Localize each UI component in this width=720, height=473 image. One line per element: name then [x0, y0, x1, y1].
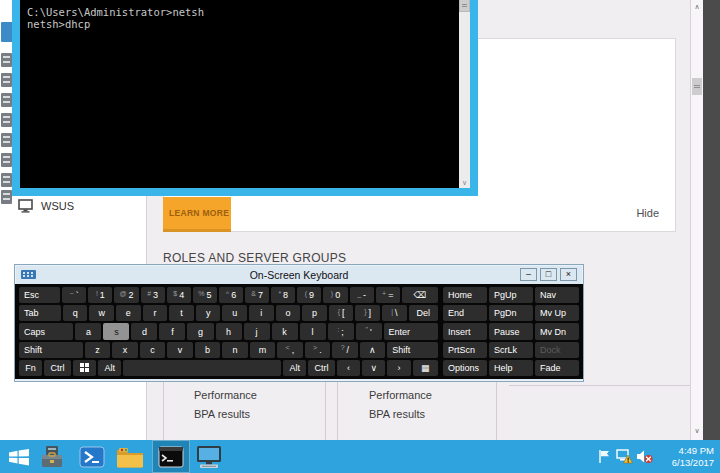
osk-key--[interactable]: _-	[350, 287, 374, 303]
sidebar-strip-item[interactable]	[1, 73, 12, 87]
osk-key-dock[interactable]: Dock	[535, 342, 579, 358]
taskbar-clock[interactable]: 4:49 PM 6/13/2017	[656, 445, 714, 468]
learn-more-button[interactable]: LEARN MORE	[163, 197, 231, 232]
osk-key-shift-left[interactable]: Shift	[19, 342, 83, 358]
osk-key-x[interactable]: x	[112, 342, 138, 358]
osk-key-7[interactable]: &7	[245, 287, 269, 303]
osk-key-m[interactable]: m	[250, 342, 276, 358]
osk-key-pause[interactable]: Pause	[489, 323, 533, 339]
sidebar-strip-item[interactable]	[1, 173, 12, 187]
osk-key-1[interactable]: !1	[88, 287, 112, 303]
tile-link-bpa-results[interactable]: BPA results	[194, 405, 325, 424]
osk-key-pgup[interactable]: PgUp	[489, 287, 533, 303]
osk-key-o[interactable]: o	[276, 305, 301, 321]
osk-key-help[interactable]: Help	[489, 360, 533, 376]
scroll-up-arrow[interactable]: ∧	[691, 3, 703, 11]
osk-key-c[interactable]: c	[140, 342, 166, 358]
osk-key-t[interactable]: t	[169, 305, 194, 321]
taskbar-server-manager[interactable]	[33, 440, 71, 473]
action-center-flag-icon[interactable]	[594, 448, 614, 466]
osk-key-2[interactable]: @2	[114, 287, 138, 303]
sidebar-strip-item[interactable]	[1, 133, 12, 147]
osk-key-p[interactable]: p	[302, 305, 327, 321]
minimize-button[interactable]: –	[520, 268, 537, 281]
tile-link-bpa-results[interactable]: BPA results	[369, 405, 496, 424]
osk-key-pgdn[interactable]: PgDn	[489, 305, 533, 321]
osk-key-del[interactable]: Del	[409, 305, 439, 321]
osk-key-w[interactable]: w	[89, 305, 114, 321]
osk-key-enter[interactable]: Enter	[384, 323, 438, 339]
osk-key-mv-up[interactable]: Mv Up	[535, 305, 579, 321]
volume-muted-icon[interactable]	[634, 448, 654, 466]
osk-key-options[interactable]: Options	[443, 360, 487, 376]
osk-key-prtscn[interactable]: PrtScn	[443, 342, 487, 358]
tile-link-performance[interactable]: Performance	[369, 386, 496, 405]
osk-key--[interactable]: +=	[376, 287, 400, 303]
osk-key-b[interactable]: b	[195, 342, 221, 358]
osk-key-arrow-right[interactable]: ›	[387, 360, 410, 376]
close-button[interactable]: ×	[560, 268, 577, 281]
osk-key-u[interactable]: u	[222, 305, 247, 321]
osk-key--[interactable]: <,	[277, 342, 303, 358]
osk-key-9[interactable]: (9	[297, 287, 321, 303]
osk-key-home[interactable]: Home	[443, 287, 487, 303]
osk-key-arrow-up[interactable]: ∧	[360, 342, 386, 358]
osk-key-j[interactable]: j	[244, 323, 270, 339]
taskbar-file-explorer[interactable]	[111, 440, 149, 473]
osk-key-alt-right[interactable]: Alt	[283, 360, 306, 376]
osk-key-3[interactable]: #3	[141, 287, 165, 303]
sidebar-item-wsus[interactable]: WSUS	[18, 199, 74, 213]
osk-key-k[interactable]: k	[272, 323, 298, 339]
osk-key--[interactable]: ~`	[62, 287, 86, 303]
taskbar-powershell[interactable]	[73, 440, 111, 473]
osk-key-q[interactable]: q	[63, 305, 88, 321]
osk-key-z[interactable]: z	[85, 342, 111, 358]
osk-key--[interactable]: ?/	[332, 342, 358, 358]
osk-key-6[interactable]: ^6	[219, 287, 243, 303]
osk-key-y[interactable]: y	[196, 305, 221, 321]
osk-key-shift-right[interactable]: Shift	[387, 342, 438, 358]
osk-key--[interactable]: "'	[356, 323, 382, 339]
osk-key-h[interactable]: h	[216, 323, 242, 339]
osk-key-arrow-down[interactable]: ∨	[362, 360, 385, 376]
osk-key-insert[interactable]: Insert	[443, 323, 487, 339]
osk-key-tab[interactable]: Tab	[19, 305, 61, 321]
osk-key-i[interactable]: i	[249, 305, 274, 321]
osk-key-a[interactable]: a	[75, 323, 101, 339]
hide-link[interactable]: Hide	[636, 207, 659, 219]
sidebar-strip-item[interactable]	[1, 190, 12, 204]
osk-key-fn[interactable]: Fn	[19, 360, 42, 376]
osk-key-s[interactable]: s	[103, 323, 129, 339]
network-status-icon[interactable]	[614, 448, 634, 466]
osk-key-esc[interactable]: Esc	[19, 287, 60, 303]
osk-key-8[interactable]: *8	[271, 287, 295, 303]
scrollbar-thumb[interactable]	[692, 78, 702, 95]
osk-key-4[interactable]: $4	[167, 287, 191, 303]
osk-key-n[interactable]: n	[222, 342, 248, 358]
osk-key--[interactable]: |\	[382, 305, 407, 321]
sidebar-strip-item[interactable]	[1, 153, 12, 167]
osk-key-g[interactable]: g	[187, 323, 213, 339]
osk-key-end[interactable]: End	[443, 305, 487, 321]
osk-key--[interactable]: >.	[305, 342, 331, 358]
osk-key-v[interactable]: v	[167, 342, 193, 358]
osk-key-arrow-left[interactable]: ‹	[337, 360, 360, 376]
osk-key-fade[interactable]: Fade	[535, 360, 579, 376]
osk-key-l[interactable]: l	[300, 323, 326, 339]
console-scrollbar[interactable]: ∨	[459, 0, 470, 188]
osk-key-osk-settings[interactable]: ▦	[413, 360, 439, 376]
maximize-button[interactable]: □	[540, 268, 557, 281]
osk-key--[interactable]: :;	[328, 323, 354, 339]
osk-key-backspace[interactable]: ⌫	[402, 287, 438, 303]
osk-key-mv-dn[interactable]: Mv Dn	[535, 323, 579, 339]
sidebar-strip-item[interactable]	[1, 93, 12, 107]
osk-key--[interactable]: }]	[355, 305, 380, 321]
osk-key-ctrl-left[interactable]: Ctrl	[44, 360, 71, 376]
taskbar-command-prompt[interactable]	[152, 440, 190, 473]
console-scrollbar-thumb[interactable]	[459, 0, 470, 12]
osk-key-r[interactable]: r	[143, 305, 168, 321]
osk-key-f[interactable]: f	[159, 323, 185, 339]
osk-key-5[interactable]: %5	[193, 287, 217, 303]
osk-key-space[interactable]	[123, 360, 281, 376]
sidebar-strip-item[interactable]	[1, 113, 12, 127]
